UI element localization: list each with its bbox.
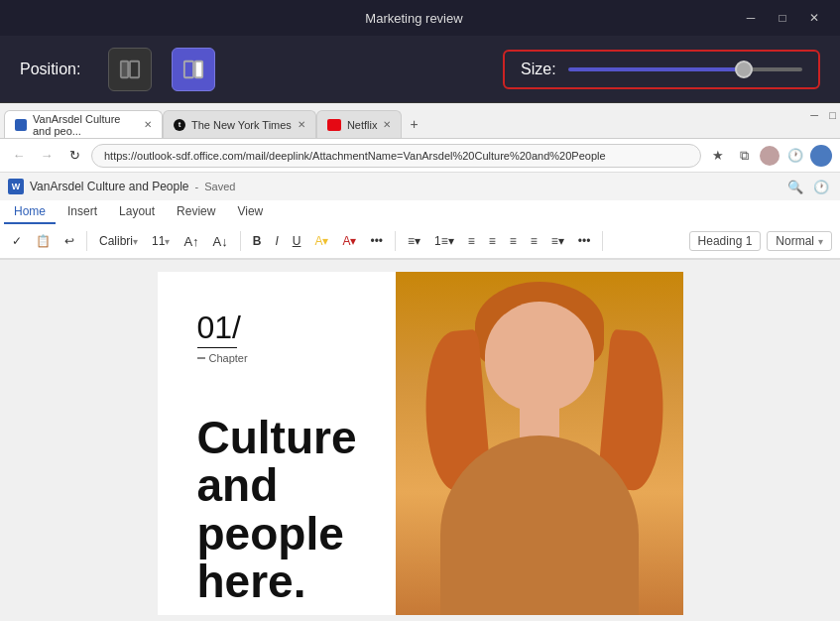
numbering-btn[interactable]: 1≡▾ bbox=[430, 229, 458, 253]
chapter-label: Chapter bbox=[197, 352, 366, 364]
window-controls: ─ □ ✕ bbox=[737, 8, 828, 28]
word-doc-title: VanArsdel Culture and People bbox=[30, 180, 189, 193]
more-btn[interactable]: ••• bbox=[366, 229, 387, 253]
tab-favicon-vanarsedl bbox=[15, 119, 27, 131]
forward-button[interactable]: → bbox=[36, 145, 58, 167]
align-right-btn[interactable]: ≡ bbox=[506, 229, 521, 253]
word-top-icons: 🔍 🕐 bbox=[784, 176, 832, 197]
tab-label-vanarsedl: VanArsdel Culture and peo... bbox=[33, 113, 138, 137]
quick-save-btn[interactable]: ✓ bbox=[8, 229, 26, 253]
sep1 bbox=[86, 231, 87, 251]
document-content-area: 01/ Chapter Culture and people here. bbox=[0, 260, 840, 621]
tab-label-netflix: Netflix bbox=[347, 119, 378, 131]
browser-tab-nyt[interactable]: t The New York Times ✕ bbox=[163, 110, 316, 138]
word-history-icon[interactable]: 🕐 bbox=[810, 176, 832, 197]
font-name-btn[interactable]: Calibri ▾ bbox=[95, 229, 142, 253]
address-bar: ← → ↻ ★ ⧉ 🕐 bbox=[0, 139, 840, 173]
highlight-btn[interactable]: A▾ bbox=[310, 229, 332, 253]
back-button[interactable]: ← bbox=[8, 145, 30, 167]
browser-tab-netflix[interactable]: Netflix ✕ bbox=[316, 110, 403, 138]
bold-btn[interactable]: B bbox=[249, 229, 266, 253]
chapter-number: 01/ bbox=[197, 310, 241, 345]
address-input[interactable] bbox=[91, 144, 701, 168]
font-name-label: Calibri bbox=[99, 234, 133, 248]
shrink-font-btn[interactable]: A↓ bbox=[209, 229, 232, 253]
position-left-button[interactable] bbox=[108, 48, 152, 91]
size-slider-track bbox=[568, 67, 802, 71]
sep2 bbox=[240, 231, 241, 251]
heading-style-btn[interactable]: Heading 1 bbox=[689, 231, 762, 251]
tab-close-nyt[interactable]: ✕ bbox=[298, 119, 305, 130]
tab-layout[interactable]: Layout bbox=[109, 200, 165, 224]
doc-left-column: 01/ Chapter Culture and people here. bbox=[158, 272, 396, 615]
position-label: Position: bbox=[20, 61, 80, 78]
tab-label-nyt: The New York Times bbox=[191, 119, 292, 131]
sep3 bbox=[395, 231, 396, 251]
heading-label: Heading 1 bbox=[698, 234, 753, 248]
sep4 bbox=[602, 231, 603, 251]
more-paragraph-btn[interactable]: ••• bbox=[574, 229, 595, 253]
align-center-btn[interactable]: ≡ bbox=[485, 229, 500, 253]
underline-btn[interactable]: U bbox=[289, 229, 305, 253]
line-spacing-btn[interactable]: ≡▾ bbox=[547, 229, 568, 253]
tab-home[interactable]: Home bbox=[4, 200, 56, 224]
undo-btn[interactable]: ↩ bbox=[60, 229, 78, 253]
chapter-divider bbox=[197, 347, 237, 348]
history-icon[interactable]: 🕐 bbox=[784, 145, 806, 167]
tab-favicon-netflix bbox=[327, 119, 341, 131]
font-size-chevron: ▾ bbox=[165, 236, 170, 247]
font-color-btn[interactable]: A▾ bbox=[338, 229, 360, 253]
style-box[interactable]: Normal ▾ bbox=[767, 231, 832, 251]
size-slider-container[interactable] bbox=[568, 60, 802, 79]
position-right-button[interactable] bbox=[172, 48, 215, 91]
svg-rect-3 bbox=[195, 61, 202, 77]
doc-main-heading: Culture and people here. bbox=[197, 414, 366, 605]
close-button[interactable]: ✕ bbox=[800, 8, 828, 28]
browser-maximize[interactable]: □ bbox=[829, 109, 836, 123]
word-ribbon: Home Insert Layout Review View ✓ 📋 ↩ Cal… bbox=[0, 200, 840, 259]
browser-minimize[interactable]: ─ bbox=[810, 109, 818, 123]
tab-insert[interactable]: Insert bbox=[58, 200, 107, 224]
tab-close-netflix[interactable]: ✕ bbox=[383, 119, 391, 130]
user-avatar-browser[interactable] bbox=[810, 145, 832, 167]
browser-window-controls: ─ □ bbox=[810, 109, 836, 123]
tab-close-vanarsedl[interactable]: ✕ bbox=[144, 119, 152, 130]
tab-review[interactable]: Review bbox=[167, 200, 225, 224]
size-label: Size: bbox=[521, 61, 556, 78]
window-title: Marketing review bbox=[91, 11, 737, 26]
size-control: Size: bbox=[503, 50, 820, 89]
clipboard-btn[interactable]: 📋 bbox=[32, 229, 55, 253]
title-bar: Marketing review ─ □ ✕ bbox=[0, 0, 840, 36]
word-chrome: W VanArsdel Culture and People - Saved 🔍… bbox=[0, 173, 840, 260]
tab-view[interactable]: View bbox=[227, 200, 273, 224]
size-slider-thumb[interactable] bbox=[735, 61, 753, 78]
minimize-button[interactable]: ─ bbox=[737, 8, 765, 28]
doc-right-column bbox=[396, 272, 683, 615]
word-saved-label: - bbox=[195, 181, 199, 192]
italic-btn[interactable]: I bbox=[271, 229, 282, 253]
word-doc-icon: W bbox=[8, 179, 24, 194]
word-title-bar: W VanArsdel Culture and People - Saved 🔍… bbox=[0, 173, 840, 200]
browser-tab-vanarsedl[interactable]: VanArsdel Culture and peo... ✕ bbox=[4, 110, 163, 138]
justify-btn[interactable]: ≡ bbox=[527, 229, 541, 253]
favorites-icon[interactable]: ★ bbox=[707, 145, 729, 167]
font-size-btn[interactable]: 11 ▾ bbox=[148, 229, 174, 253]
refresh-button[interactable]: ↻ bbox=[63, 145, 85, 167]
tab-favicon-nyt: t bbox=[174, 119, 185, 131]
toolbar: Position: Size: bbox=[0, 36, 840, 103]
grow-font-btn[interactable]: A↑ bbox=[180, 229, 202, 253]
word-search-icon[interactable]: 🔍 bbox=[784, 176, 806, 197]
profile-icon[interactable] bbox=[759, 145, 780, 167]
person-head bbox=[485, 302, 594, 411]
avatar-icon bbox=[810, 145, 832, 167]
word-ribbon-tools: ✓ 📋 ↩ Calibri ▾ 11 ▾ A↑ A↓ B I U A▾ A▾ •… bbox=[0, 224, 840, 258]
new-tab-button[interactable]: + bbox=[402, 110, 425, 138]
svg-rect-0 bbox=[121, 61, 128, 77]
bullets-btn[interactable]: ≡▾ bbox=[404, 229, 424, 253]
maximize-button[interactable]: □ bbox=[769, 8, 796, 28]
browser-tabs-bar: VanArsdel Culture and peo... ✕ t The New… bbox=[0, 103, 840, 139]
extensions-icon[interactable]: ⧉ bbox=[733, 145, 755, 167]
align-left-btn[interactable]: ≡ bbox=[464, 229, 479, 253]
style-chevron: ▾ bbox=[818, 236, 823, 247]
svg-rect-2 bbox=[184, 61, 193, 77]
